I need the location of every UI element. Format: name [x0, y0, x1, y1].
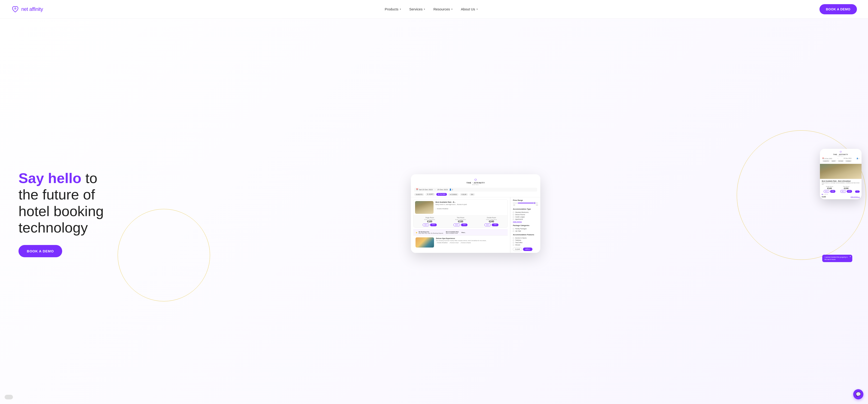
phone-date-from: 📅 23 Dec 2023 [822, 158, 832, 159]
checkbox-family[interactable] [513, 228, 514, 229]
filter-option-castle: Castle Lodges [513, 216, 538, 218]
navbar-book-demo-button[interactable]: BOOK A DEMO [819, 4, 857, 14]
phone-info-button-single[interactable]: INFO [824, 190, 829, 193]
double-info-button[interactable]: INFO [485, 223, 491, 226]
tablet-mockup: THE · AFFINITY HOTEL 📅 Sat 23 Dec 2023 →… [411, 174, 540, 253]
toggle-button[interactable] [5, 395, 13, 399]
double-add-button[interactable]: ADD [492, 223, 498, 226]
phone-chip-sort[interactable]: SORT [831, 160, 837, 162]
checkbox-standard[interactable] [513, 212, 514, 213]
checkbox-shower[interactable] [513, 244, 514, 246]
phone-filter-row: GUESTS SORT FILTER CODES [822, 160, 859, 162]
hotel-name: THE · AFFINITY [467, 182, 485, 184]
filter-eur[interactable]: € EUR [460, 193, 468, 196]
hide-rates-link[interactable]: HIDE RATES [513, 221, 538, 223]
phone-add-button-twin[interactable]: ADD [847, 190, 852, 193]
spa-badge-sauna: Access to Sauna [460, 242, 471, 243]
accommodation-type-section: Accommodation Type Standard Bedrooms Del… [513, 208, 538, 223]
checkbox-castle[interactable] [513, 216, 514, 218]
hero-section: Say hello tothe future ofhotel bookingte… [0, 19, 868, 404]
checkbox-deluxe[interactable] [513, 214, 514, 215]
brand-name: net affinity [21, 6, 43, 12]
checkbox-toiletries[interactable] [513, 240, 514, 241]
benefit-3-title: Flexi... [462, 232, 466, 233]
spa-info: Deluxe Spa Experience Our amazing Summer… [436, 237, 505, 248]
benefit-2: Best Available Rate Best Available Rate [446, 231, 459, 234]
filter-guests[interactable]: GUESTS [414, 193, 424, 196]
phone-chip-guests[interactable]: GUESTS [822, 160, 830, 162]
features-section: Accommodation Features Access to Sauna T… [513, 234, 538, 246]
phone-add-button-single[interactable]: ADD [830, 190, 836, 193]
phone-rate-label: Best Available Rate - Bed & Breakfast [822, 180, 860, 182]
navbar: net affinity Products ▾ Services ▾ Resou… [0, 0, 868, 19]
filter-filter[interactable]: ⚙ FILTER [436, 193, 447, 196]
room-card-main: Best Available Rate - B... Early check i… [413, 199, 508, 228]
logo-icon [11, 5, 20, 13]
hero-right: THE · AFFINITY HOTEL 📅 Sat 23 Dec 2023 →… [104, 144, 857, 283]
filter-codes[interactable]: ♦ CODES [448, 193, 459, 196]
phone-dot-3 [825, 194, 826, 195]
spa-badge-breakfast: Includes Breakfast [436, 242, 447, 243]
date-bar: 📅 Sat 23 Dec 2023 → 25 Dec 2023 👤 2 [414, 188, 537, 192]
guests-count: 👤 2 [449, 189, 453, 191]
phone-dot-2 [824, 194, 824, 195]
filter-actions: CLEAR APPLY [513, 248, 538, 251]
logo[interactable]: net affinity [11, 5, 43, 13]
star-icon: ★ [415, 231, 417, 234]
notif-text: 1 person booked this property in the las… [825, 256, 848, 260]
phone-dots [822, 194, 860, 195]
services-chevron-icon: ▾ [424, 8, 425, 10]
nav-products[interactable]: Products ▾ [385, 7, 401, 11]
phone-room-image [820, 164, 862, 179]
phone-chip-filter[interactable]: FILTER [837, 160, 844, 162]
twin-add-button[interactable]: ADD [461, 223, 468, 226]
phone-add-button-extra[interactable]: + [855, 190, 860, 193]
package-title: Package Categories [513, 224, 538, 226]
accommodation-title: Accommodation Type [513, 208, 538, 210]
phone-add-col: + [855, 186, 860, 193]
checkbox-sauna[interactable] [513, 237, 514, 239]
price-range-thumb[interactable] [534, 202, 536, 204]
single-add-button[interactable]: ADD [430, 223, 437, 226]
phone-chip-codes[interactable]: CODES [845, 160, 852, 162]
phone-mockup: THE · AFFINITY HOTEL 📅 23 Dec 2023 → 25 … [820, 149, 862, 199]
price-max: 300 [536, 204, 538, 206]
includes-breakfast-badge: Includes Breakfast [435, 208, 448, 209]
room-info: Best Available Rate - B... Early check i… [435, 201, 506, 214]
price-range-bar[interactable] [513, 203, 538, 204]
nav-about[interactable]: About Us ▾ [461, 7, 478, 11]
price-min: 100 [513, 204, 515, 206]
filter-apply-button[interactable]: APPLY [523, 248, 532, 251]
phone-single: Single Room €100 INFO ADD [822, 186, 837, 193]
phone-hide-rates[interactable]: HIDE RATES ▲ [850, 196, 860, 197]
filter-sort[interactable]: ⇅ SORT [426, 193, 435, 196]
hero-title-bold: Say hello [19, 170, 81, 186]
filter-option-jan-sale: Jan Sale [513, 230, 538, 232]
single-info-button[interactable]: INFO [423, 223, 429, 226]
phone-info-button-twin[interactable]: INFO [840, 190, 846, 193]
filter-option-tea: Tea/Coffee [513, 242, 538, 243]
booking-content: Best Available Rate - B... Early check i… [411, 197, 540, 253]
chat-button[interactable]: 💬 [853, 389, 863, 399]
nav-services[interactable]: Services ▾ [409, 7, 425, 11]
checkbox-apartments[interactable] [513, 219, 514, 220]
date-to: 25 Dec 2023 [437, 189, 447, 191]
spa-desc: Our amazing Summer Family Offer includes… [436, 240, 505, 241]
benefit-1: ★ No Booking Fee Buy Now Pay Later No Bo… [415, 231, 443, 234]
notification-bubble: ✕ 1 person booked this property in the l… [822, 255, 852, 262]
checkbox-tea[interactable] [513, 242, 514, 243]
filter-option-toiletries: Toiletries [513, 240, 538, 241]
notif-close-icon[interactable]: ✕ [849, 255, 851, 258]
hero-book-demo-button[interactable]: BOOK A DEMO [19, 245, 62, 257]
price-range-fill [518, 203, 535, 204]
nav-resources[interactable]: Resources ▾ [433, 7, 453, 11]
filter-lang[interactable]: EN [469, 193, 475, 196]
filter-clear-button[interactable]: CLEAR [513, 248, 522, 251]
features-title: Accommodation Features [513, 234, 538, 236]
price-labels: 100 300 [513, 204, 538, 206]
benefits-row: ★ No Booking Fee Buy Now Pay Later No Bo… [413, 229, 508, 235]
twin-info-button[interactable]: INFO [454, 223, 460, 226]
checkbox-jan-sale[interactable] [513, 230, 514, 232]
phone-hotel-name: THE · AFFINITY [822, 154, 859, 155]
phone-guests: 👤 2 [857, 158, 859, 159]
